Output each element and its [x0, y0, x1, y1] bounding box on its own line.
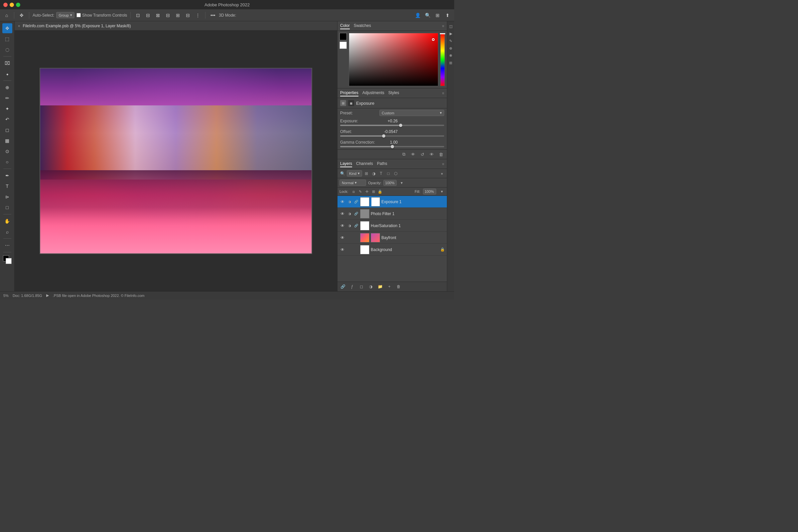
properties-panel-menu-icon[interactable]: ≡: [442, 91, 444, 95]
layer-eye-bayfront[interactable]: 👁: [340, 235, 345, 241]
search-icon[interactable]: 🔍: [424, 11, 432, 19]
tool-gradient[interactable]: ▦: [2, 136, 12, 146]
layer-effect-hue-saturation1[interactable]: ◑: [347, 223, 352, 228]
filter-shape-icon[interactable]: □: [385, 171, 391, 176]
layer-effect-photo-filter1[interactable]: ◑: [347, 211, 352, 216]
exposure-slider-track[interactable]: [340, 125, 444, 126]
mini-tool-6[interactable]: ⊞: [448, 60, 454, 66]
layers-panel-menu-icon[interactable]: ≡: [442, 162, 444, 166]
filter-type-icon[interactable]: T: [378, 171, 384, 176]
opacity-expand-icon[interactable]: ▾: [399, 180, 405, 186]
mini-tool-3[interactable]: ✎: [448, 38, 454, 44]
color-swatch[interactable]: [3, 255, 12, 264]
layer-eye-photo-filter1[interactable]: 👁: [340, 211, 345, 217]
mini-tool-1[interactable]: ◫: [448, 23, 454, 29]
workspace-icon[interactable]: ⊞: [434, 11, 441, 19]
link-layers-icon[interactable]: 🔗: [340, 283, 346, 290]
tool-shape[interactable]: □: [2, 203, 12, 212]
tool-pen[interactable]: ✒: [2, 171, 12, 180]
tool-heal[interactable]: ⊕: [2, 82, 12, 92]
layer-eye-hue-saturation1[interactable]: 👁: [340, 223, 345, 229]
maximize-button[interactable]: [16, 3, 20, 7]
close-button[interactable]: [3, 3, 8, 7]
share-icon[interactable]: ⬆: [443, 11, 452, 19]
delete-adjustment-icon[interactable]: 🗑: [438, 151, 444, 158]
tool-hand[interactable]: ✋: [2, 216, 12, 226]
add-adjustment-icon[interactable]: ◑: [367, 283, 374, 290]
fill-value[interactable]: 100%: [423, 189, 436, 194]
layer-hue-saturation1[interactable]: 👁 ◑ 🔗 Hue/Saturation 1: [338, 220, 447, 232]
align-left-icon[interactable]: ⊡: [134, 11, 142, 19]
distribute-icon[interactable]: ⋮: [194, 11, 202, 19]
blend-mode-dropdown[interactable]: Normal ▾: [340, 179, 366, 186]
tab-properties[interactable]: Properties: [340, 90, 358, 96]
background-color[interactable]: [6, 258, 12, 264]
add-mask-icon[interactable]: ◻: [358, 283, 365, 290]
align-bottom-icon[interactable]: ⊟: [184, 11, 192, 19]
tool-selection[interactable]: ⬚: [2, 34, 12, 44]
tab-color[interactable]: Color: [340, 23, 350, 29]
add-layer-icon[interactable]: +: [386, 283, 393, 290]
tab-channels[interactable]: Channels: [356, 160, 373, 167]
tool-history[interactable]: ↶: [2, 114, 12, 125]
layer-exposure1[interactable]: 👁 ◑ 🔗 Exposure 1: [338, 196, 447, 208]
layer-bayfront[interactable]: 👁 ◑ 🔗 Bayfront: [338, 232, 447, 244]
tab-close-icon[interactable]: ×: [18, 24, 20, 28]
canvas-content[interactable]: [15, 31, 337, 291]
tool-text[interactable]: T: [2, 181, 12, 191]
auto-select-dropdown[interactable]: Group ▾: [56, 12, 75, 18]
align-center-h-icon[interactable]: ⊟: [144, 11, 152, 19]
clip-to-layer-icon[interactable]: ⧉: [400, 151, 407, 158]
more-options-icon[interactable]: •••: [209, 11, 217, 19]
tool-brush[interactable]: ✏: [2, 93, 12, 103]
tool-zoom[interactable]: ⌕: [2, 227, 12, 237]
mini-tool-4[interactable]: ⊕: [448, 45, 454, 51]
tool-stamp[interactable]: ✦: [2, 104, 12, 114]
add-style-icon[interactable]: ƒ: [349, 283, 356, 290]
opacity-value[interactable]: 100%: [383, 180, 397, 186]
tool-more[interactable]: ⋯: [2, 241, 12, 250]
tab-layers[interactable]: Layers: [340, 160, 352, 167]
home-icon[interactable]: ⌂: [3, 11, 11, 19]
fill-expand-icon[interactable]: ▾: [439, 189, 445, 194]
tool-lasso[interactable]: ◌: [2, 44, 12, 55]
layer-link-photo-filter1[interactable]: 🔗: [354, 211, 359, 216]
preset-dropdown[interactable]: Custom ▾: [379, 110, 444, 116]
layer-link-exposure1[interactable]: 🔗: [354, 199, 359, 205]
layer-background[interactable]: 👁 ◑ 🔗 Background 🔒: [338, 244, 447, 256]
minimize-button[interactable]: [10, 3, 14, 7]
lock-all-icon[interactable]: 🔒: [377, 189, 383, 194]
delete-layer-icon[interactable]: 🗑: [395, 283, 402, 290]
tool-eraser[interactable]: ◻: [2, 125, 12, 135]
visibility-icon[interactable]: 👁: [410, 151, 416, 158]
lock-position-icon[interactable]: ✛: [364, 189, 369, 194]
exposure-slider-thumb[interactable]: [399, 124, 402, 127]
tab-styles[interactable]: Styles: [388, 90, 399, 96]
reset-icon[interactable]: ↺: [419, 151, 425, 158]
mini-tool-5[interactable]: ❋: [448, 53, 454, 58]
tool-path-select[interactable]: ⊳: [2, 192, 12, 202]
tab-paths[interactable]: Paths: [377, 160, 387, 167]
bg-swatch[interactable]: [340, 41, 347, 49]
align-right-icon[interactable]: ⊠: [154, 11, 162, 19]
filter-adjustment-icon[interactable]: ◑: [371, 171, 377, 176]
align-top-icon[interactable]: ⊟: [164, 11, 172, 19]
move-tool-icon[interactable]: ✥: [18, 11, 25, 19]
filter-pixel-icon[interactable]: ⊞: [363, 171, 369, 176]
filter-kind-dropdown[interactable]: Kind ▾: [347, 170, 362, 176]
layer-effect-exposure1[interactable]: ◑: [347, 199, 352, 205]
color-panel-menu-icon[interactable]: ≡: [442, 24, 444, 28]
tab-adjustments[interactable]: Adjustments: [362, 90, 384, 96]
hue-slider[interactable]: [440, 33, 445, 86]
layer-photo-filter1[interactable]: 👁 ◑ 🔗 Photo Filter 1: [338, 208, 447, 220]
tool-blur[interactable]: ⊙: [2, 146, 12, 156]
gamma-slider-track[interactable]: [340, 146, 444, 147]
show-transform-controls-label[interactable]: Show Transform Controls: [76, 13, 127, 18]
align-center-v-icon[interactable]: ⊞: [174, 11, 182, 19]
tab-swatches[interactable]: Swatches: [354, 23, 371, 29]
mini-tool-2[interactable]: ▶: [448, 31, 454, 37]
add-group-icon[interactable]: 📁: [377, 283, 383, 290]
offset-slider-track[interactable]: [340, 135, 444, 137]
color-gradient-field[interactable]: [349, 33, 438, 86]
tool-crop[interactable]: ⌧: [2, 58, 12, 68]
